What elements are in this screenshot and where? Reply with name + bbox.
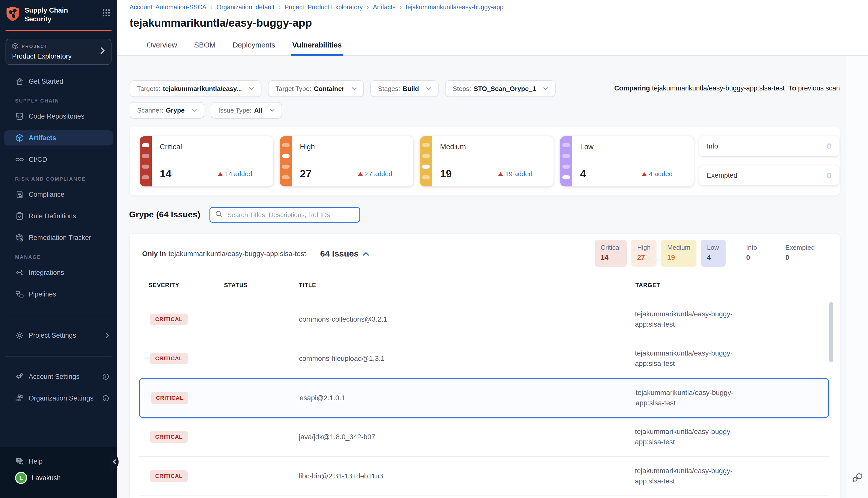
breadcrumb-organization[interactable]: Organization: default [216,3,275,11]
comparing-label: Comparing tejakummarikuntla/easy-buggy-a… [614,84,840,92]
sidebar-item-pipelines[interactable]: Pipelines [0,287,117,302]
severity-strip [560,136,572,186]
user-menu[interactable]: L Lavakush [0,472,117,484]
added-count-link[interactable]: 19 added [498,170,532,178]
sidebar-item-account-settings[interactable]: Account Settings [0,369,117,384]
sidebar-item-label: Code Repositories [29,113,84,120]
tabs: Overview SBOM Deployments Vulnerabilitie… [146,41,343,56]
filter-steps[interactable]: Steps: STO_Scan_Grype_1 [445,80,556,97]
sidebar-item-get-started[interactable]: Get Started [0,74,117,89]
comparison-summary-row: Only in tejakummarikuntla/easy-buggy-app… [142,249,369,259]
chevron-up-icon[interactable] [363,251,369,256]
sidebar-item-help[interactable]: ? Help [0,454,117,469]
pipelines-icon [15,290,24,298]
tab-deployments[interactable]: Deployments [231,41,276,56]
severity-label: Low [580,143,686,151]
gear-icon [15,331,24,340]
search-input[interactable] [226,211,355,219]
chevron-down-icon [249,87,254,90]
table-row-selected[interactable]: CRITICAL esapi@2.1.0.1 tejakummarikuntla… [139,378,829,418]
info-circle-icon[interactable] [103,374,109,380]
search-box[interactable] [210,207,360,223]
table-scrollbar[interactable] [829,302,833,362]
severity-card-critical[interactable]: Critical 14 14 added [139,136,273,186]
severity-badge: CRITICAL [150,353,188,364]
sidebar-item-label: Get Started [29,78,63,86]
filter-scanner[interactable]: Scanner: Grype [130,102,204,119]
sidebar-item-compliance[interactable]: Compliance [0,187,117,202]
chip-low[interactable]: Low 4 [701,240,725,267]
chip-info[interactable]: Info 0 [740,240,765,267]
severity-card-high[interactable]: High 27 27 added [280,136,413,186]
table-row[interactable]: CRITICAL java/jdk@1.8.0_342-b07 tejakumm… [139,418,829,457]
project-name: Product Exploratory [12,53,101,60]
breadcrumb-account[interactable]: Account: Automation-SSCA [130,3,206,11]
sidebar-item-artifacts[interactable]: Artifacts [4,130,113,145]
breadcrumb-project[interactable]: Project: Product Exploratory [284,3,363,11]
severity-summary-panel: Critical 14 14 added [130,127,840,196]
severity-card-medium[interactable]: Medium 19 19 added [420,136,553,186]
divider [772,240,772,267]
filter-issue-type[interactable]: Issue Type: All [211,102,282,119]
severity-card-low[interactable]: Low 4 4 added [560,136,694,186]
filter-stages[interactable]: Stages: Build [371,80,439,97]
filter-target-type[interactable]: Target Type: Container [268,80,364,97]
chevron-left-icon [113,459,116,464]
cube-icon [12,43,18,51]
chip-medium[interactable]: Medium 19 [661,240,696,267]
remediation-tracker-icon [15,233,24,242]
sidebar-item-label: Pipelines [29,290,56,298]
tab-vulnerabilities[interactable]: Vulnerabilities [291,41,343,56]
table-row[interactable]: CRITICAL commons-collections@3.2.1 tejak… [139,300,829,339]
sidebar-item-cicd[interactable]: CI/CD [0,152,117,167]
page-scroll-gutter[interactable] [846,55,868,498]
tab-sbom[interactable]: SBOM [193,41,216,56]
table-row[interactable]: CRITICAL libc-bin@2.31-13+deb11u3 tejaku… [139,457,829,496]
issue-title: commons-collections@3.2.1 [299,315,387,323]
org-settings-icon [15,394,24,403]
issues-count: 64 Issues [320,249,359,259]
section-risk-and-compliance: RISK AND COMPLIANCE [0,176,117,182]
sidebar-item-organization-settings[interactable]: Organization Settings [0,391,117,406]
issue-title: commons-fileupload@1.3.1 [299,355,385,363]
app-title: Supply Chain Security [25,6,70,24]
sidebar-item-code-repositories[interactable]: Code Repositories [0,109,117,124]
chip-high[interactable]: High 27 [631,240,656,267]
severity-card-exempted[interactable]: Exempted 0 [699,165,839,185]
sidebar-item-rule-definitions[interactable]: Rule Definitions [0,209,117,224]
breadcrumb-current[interactable]: tejakummarikuntla/easy-buggy-app [405,3,503,11]
sidebar-item-integrations[interactable]: Integrations [0,265,117,280]
breadcrumb-artifacts[interactable]: Artifacts [373,3,396,11]
chevron-down-icon [192,108,197,112]
sidebar-item-label: Account Settings [29,373,80,381]
sidebar-item-project-settings[interactable]: Project Settings [0,328,117,343]
issue-title: esapi@2.1.0.1 [299,394,345,402]
issue-target: tejakummarikuntla/easy-buggy-app:slsa-te… [636,388,749,408]
added-count-link[interactable]: 14 added [218,170,252,178]
project-label: PROJECT [22,44,48,49]
added-count-link[interactable]: 27 added [358,170,392,178]
chevron-right-icon [106,332,109,339]
info-circle-icon[interactable] [103,395,109,402]
sidebar-item-remediation-tracker[interactable]: Remediation Tracker [0,230,117,245]
divider [5,315,111,315]
grid-menu-icon[interactable] [103,9,110,18]
issues-panel: Only in tejakummarikuntla/easy-buggy-app… [130,234,840,498]
table-row[interactable]: CRITICAL commons-fileupload@1.3.1 tejaku… [139,339,829,378]
issue-target: tejakummarikuntla/easy-buggy-app:slsa-te… [635,309,748,329]
tab-overview[interactable]: Overview [146,41,178,56]
project-selector[interactable]: PROJECT Product Exploratory [5,39,111,65]
logo-row: Supply Chain Security [0,0,117,27]
added-count-link[interactable]: 4 added [642,170,672,178]
chip-exempted[interactable]: Exempted 0 [779,240,821,267]
avatar: L [15,472,27,484]
sidebar-item-label: CI/CD [29,156,47,163]
column-severity: SEVERITY [149,282,179,289]
filter-targets[interactable]: Targets: tejakummarikuntla/easy... [130,80,262,97]
chat-support-icon[interactable] [852,473,863,485]
severity-card-info[interactable]: Info 0 [699,136,839,156]
column-target: TARGET [636,282,660,289]
table-header: SEVERITY STATUS TITLE TARGET [139,282,829,290]
chip-critical[interactable]: Critical 14 [595,240,627,267]
sidebar-footer: ? Help L Lavakush [0,447,117,498]
